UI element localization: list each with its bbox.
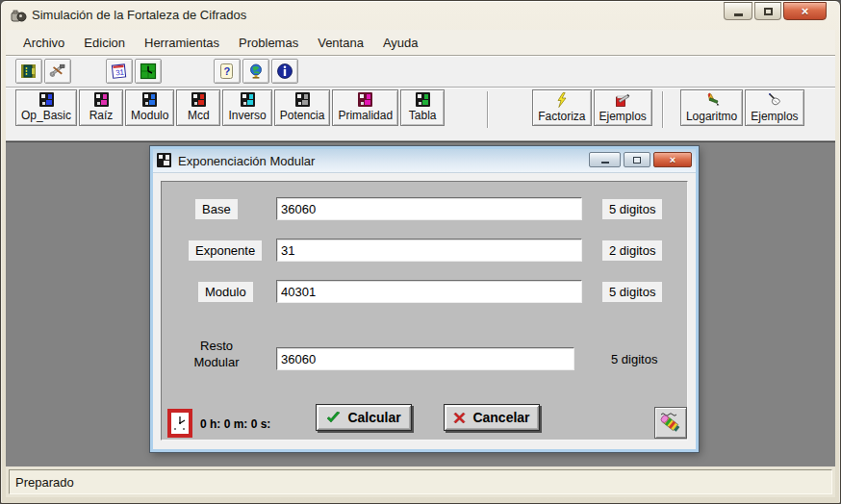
tools-button[interactable] bbox=[44, 59, 71, 84]
info-button[interactable] bbox=[271, 59, 298, 84]
modulo-digits-label: 5 digitos bbox=[602, 282, 662, 302]
toolbar-button-ejemplos-factoriza[interactable]: Ejemplos bbox=[594, 89, 652, 126]
dialog-icon bbox=[157, 153, 171, 167]
dialog-close-button[interactable]: × bbox=[653, 152, 692, 167]
toolbar-separator bbox=[487, 91, 488, 128]
maximize-icon bbox=[764, 8, 773, 15]
menu-archivo[interactable]: Archivo bbox=[13, 32, 74, 54]
close-button[interactable]: × bbox=[783, 2, 827, 20]
toolbar-button-label: Tabla bbox=[409, 109, 437, 122]
book-pencil-icon bbox=[615, 92, 630, 108]
svg-text:31: 31 bbox=[115, 67, 125, 77]
title-bar[interactable]: Simulación de la Fortaleza de Cifrados × bbox=[1, 1, 840, 30]
exit-door-icon bbox=[20, 63, 38, 80]
crayon-icon bbox=[657, 411, 684, 436]
tools-icon bbox=[49, 63, 66, 80]
exponente-label: Exponente bbox=[189, 240, 262, 261]
modulo-icon bbox=[142, 92, 157, 107]
exponente-digits-label: 2 digitos bbox=[602, 240, 662, 261]
toolbar-button-inverso[interactable]: Inverso bbox=[222, 89, 271, 126]
close-icon: × bbox=[802, 5, 809, 17]
dialog-body: Base 5 digitos Exponente 2 digitos Modul… bbox=[153, 173, 696, 449]
toolbar-icons-row: 31 ? bbox=[6, 56, 835, 88]
draw-example-button[interactable] bbox=[654, 407, 687, 439]
resto-modular-input[interactable] bbox=[276, 347, 574, 370]
toolbar-button-modulo[interactable]: Modulo bbox=[125, 89, 174, 126]
toolbar-separator bbox=[662, 91, 663, 128]
status-bar: Preparado bbox=[6, 466, 835, 497]
dialog-title-bar[interactable]: Exponenciación Modular × bbox=[153, 149, 696, 173]
lightning-icon bbox=[554, 92, 570, 108]
maximize-icon bbox=[633, 157, 641, 164]
exponente-input[interactable] bbox=[276, 239, 582, 262]
calendar-icon: 31 bbox=[111, 63, 128, 80]
toolbar-button-raiz[interactable]: Raíz bbox=[79, 89, 123, 126]
app-icon bbox=[11, 8, 27, 23]
toolbar-button-potencia[interactable]: Potencia bbox=[274, 89, 331, 126]
potencia-icon bbox=[295, 92, 310, 107]
window-title: Simulación de la Fortaleza de Cifrados bbox=[32, 8, 246, 22]
base-input[interactable] bbox=[276, 197, 582, 220]
dialog-window-controls: × bbox=[586, 152, 692, 167]
modulo-input[interactable] bbox=[276, 280, 582, 303]
toolbar-button-tabla[interactable]: Tabla bbox=[400, 89, 445, 126]
writing-hand-icon bbox=[767, 92, 782, 108]
exit-button[interactable] bbox=[15, 59, 42, 84]
base-label: Base bbox=[195, 199, 238, 219]
status-message: Preparado bbox=[9, 469, 832, 494]
toolbar-button-primalidad[interactable]: Primalidad bbox=[332, 89, 398, 126]
calendar-button[interactable]: 31 bbox=[106, 59, 133, 84]
dialog-minimize-button[interactable] bbox=[589, 152, 621, 167]
window-controls: × bbox=[722, 2, 827, 20]
application-window: Simulación de la Fortaleza de Cifrados ×… bbox=[0, 0, 841, 504]
resto-modular-label: Resto Modular bbox=[183, 339, 250, 371]
menu-edicion[interactable]: Edicion bbox=[74, 32, 135, 54]
toolbar-button-label: Mcd bbox=[188, 109, 210, 122]
modulo-label: Modulo bbox=[198, 282, 253, 302]
toolbar-button-factoriza[interactable]: Factoriza bbox=[532, 89, 591, 126]
minimize-button[interactable] bbox=[724, 2, 752, 20]
menu-problemas[interactable]: Problemas bbox=[229, 32, 308, 54]
screen: Simulación de la Fortaleza de Cifrados ×… bbox=[0, 0, 841, 504]
toolbar-button-label: Factoriza bbox=[538, 110, 585, 123]
menu-ayuda[interactable]: Ayuda bbox=[373, 32, 428, 54]
toolbar-area: 31 ? bbox=[6, 55, 835, 141]
svg-text:?: ? bbox=[224, 65, 231, 77]
toolbar-button-label: Ejemplos bbox=[599, 110, 647, 123]
toolbar-button-label: Modulo bbox=[131, 109, 168, 122]
cancelar-button[interactable]: Cancelar bbox=[444, 404, 540, 431]
workspace: Exponenciación Modular × Base 5 digitos bbox=[6, 141, 835, 468]
globe-icon bbox=[247, 63, 265, 80]
timer-clock-icon bbox=[167, 409, 192, 438]
minimize-icon bbox=[734, 13, 743, 16]
dialog-maximize-button[interactable] bbox=[624, 152, 650, 167]
toolbar-buttons-row: Op_Basic Raíz Modulo Mcd Inverso bbox=[6, 88, 835, 132]
toolbar-button-label: Primalidad bbox=[338, 109, 393, 122]
inverso-icon bbox=[241, 92, 255, 107]
globe-button[interactable] bbox=[242, 59, 269, 84]
pencil-icon bbox=[704, 92, 720, 108]
toolbar-button-mcd[interactable]: Mcd bbox=[176, 89, 220, 126]
toolbar-button-label: Raíz bbox=[89, 109, 114, 122]
mcd-icon bbox=[191, 92, 206, 107]
op-basic-icon bbox=[39, 92, 54, 107]
menu-herramientas[interactable]: Herramientas bbox=[135, 32, 229, 54]
maximize-button[interactable] bbox=[754, 2, 781, 20]
toolbar-button-label: Op_Basic bbox=[21, 109, 71, 122]
timer-text: 0 h: 0 m: 0 s: bbox=[200, 417, 270, 431]
tabla-icon bbox=[416, 92, 430, 107]
dialog-panel: Base 5 digitos Exponente 2 digitos Modul… bbox=[161, 181, 688, 441]
help-icon: ? bbox=[218, 63, 236, 80]
close-icon: × bbox=[670, 155, 675, 165]
cancelar-label: Cancelar bbox=[472, 410, 529, 425]
toolbar-button-logaritmo[interactable]: Logaritmo bbox=[680, 89, 743, 126]
calcular-button[interactable]: Calcular bbox=[316, 404, 412, 431]
toolbar-button-ejemplos-logaritmo[interactable]: Ejemplos bbox=[745, 89, 803, 126]
toolbar-button-op-basic[interactable]: Op_Basic bbox=[15, 89, 77, 126]
menu-bar: Archivo Edicion Herramientas Problemas V… bbox=[6, 30, 835, 55]
help-button[interactable]: ? bbox=[214, 59, 241, 84]
toolbar-button-label: Potencia bbox=[280, 109, 325, 122]
clock-button[interactable] bbox=[135, 59, 162, 84]
toolbar-button-label: Logaritmo bbox=[686, 110, 737, 123]
menu-ventana[interactable]: Ventana bbox=[308, 32, 373, 54]
